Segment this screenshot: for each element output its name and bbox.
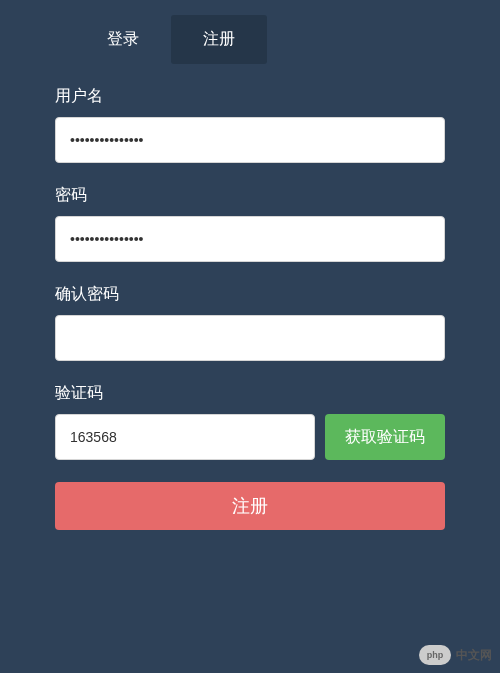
username-label: 用户名 xyxy=(55,86,445,107)
tab-login[interactable]: 登录 xyxy=(75,15,171,64)
confirm-password-input[interactable] xyxy=(55,315,445,361)
confirm-password-group: 确认密码 xyxy=(55,284,445,361)
php-logo-icon: php xyxy=(419,645,451,665)
password-group: 密码 xyxy=(55,185,445,262)
captcha-label: 验证码 xyxy=(55,383,445,404)
captcha-input[interactable] xyxy=(55,414,315,460)
username-group: 用户名 xyxy=(55,86,445,163)
watermark: php 中文网 xyxy=(419,645,492,665)
tab-bar: 登录 注册 xyxy=(75,0,445,64)
get-captcha-button[interactable]: 获取验证码 xyxy=(325,414,445,460)
username-input[interactable] xyxy=(55,117,445,163)
confirm-password-label: 确认密码 xyxy=(55,284,445,305)
tab-register[interactable]: 注册 xyxy=(171,15,267,64)
watermark-text: 中文网 xyxy=(456,647,492,664)
register-button[interactable]: 注册 xyxy=(55,482,445,530)
password-input[interactable] xyxy=(55,216,445,262)
password-label: 密码 xyxy=(55,185,445,206)
captcha-group: 验证码 获取验证码 xyxy=(55,383,445,460)
